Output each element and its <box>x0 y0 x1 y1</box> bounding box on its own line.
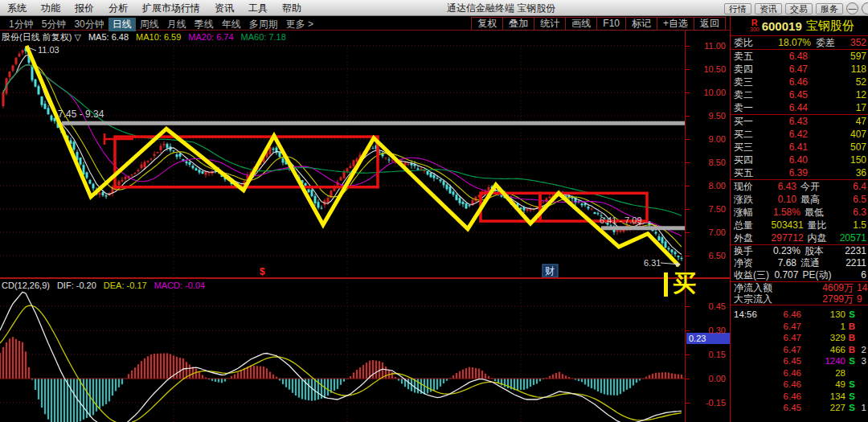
trade-row[interactable]: 6.45227S1 <box>734 402 866 414</box>
macd-header: CD(12,26,9)DIF: -0.20DEA: -0.17MACD: -0.… <box>2 281 219 290</box>
trade-row[interactable]: 6.4649S <box>734 379 866 391</box>
info-value: 20571 <box>837 231 866 244</box>
maximize-icon[interactable] <box>862 2 868 14</box>
money-flow-row: 大宗流入2799万9 <box>734 293 866 305</box>
trade-row[interactable]: 6.47329B <box>734 332 866 344</box>
window-title: 通达信金融终端 宝钢股份 <box>447 0 555 16</box>
toolbar-action-画线[interactable]: 画线 <box>565 18 596 30</box>
pane-separator[interactable] <box>0 277 730 279</box>
weicha-label: 委差 <box>816 36 843 49</box>
y-axis-tick <box>686 354 690 355</box>
ask-levels: 卖五6.48597卖四6.47118卖三6.4652卖二6.4512卖一6.44… <box>731 50 868 115</box>
period-tab-季线[interactable]: 季线 <box>190 18 218 31</box>
ma-legend: MA20: 6.74 <box>188 32 233 42</box>
ask-row[interactable]: 卖三6.4652 <box>734 76 866 88</box>
y-axis-label: 0.00 <box>709 374 726 383</box>
toolbar-action-返回[interactable]: 返回 <box>694 18 725 30</box>
main-chart-canvas[interactable]: 11.037.45 - 9.346.41 - 7.096.31$财 <box>0 31 685 422</box>
info-value: 6 <box>835 269 866 281</box>
buy-annotation-bar <box>664 272 668 297</box>
info-label: 量比 <box>808 219 838 231</box>
svg-text:11.03: 11.03 <box>38 45 59 55</box>
trade-tail-clipped: 2 <box>858 344 866 356</box>
toolbar-action-统计[interactable]: 统计 <box>534 18 565 30</box>
info-value: 0.10 <box>776 193 796 206</box>
period-tab-5分钟[interactable]: 5分钟 <box>38 18 71 31</box>
period-tab-日线[interactable]: 日线 <box>108 18 136 31</box>
trade-row[interactable]: 6.451240S3 <box>734 355 866 367</box>
toolbar-action-+自选[interactable]: +自选 <box>657 18 694 30</box>
bid-row[interactable]: 买四6.40150 <box>734 154 866 166</box>
money-flow-section: 净流入额4609万14大宗流入2799万9 <box>731 282 868 305</box>
toolbar-action-叠加[interactable]: 叠加 <box>502 18 534 30</box>
toolbar-action-复权[interactable]: 复权 <box>472 18 502 30</box>
bid-row[interactable]: 买二6.42407 <box>734 128 866 141</box>
minimize-icon[interactable]: — <box>846 2 858 14</box>
info-label: 换手 <box>734 245 773 257</box>
menu-item-功能[interactable]: 功能 <box>34 2 68 14</box>
trade-row[interactable]: 14:566.46130S <box>734 309 866 321</box>
period-tab-月线[interactable]: 月线 <box>163 18 190 31</box>
info-label: 涨跌 <box>734 193 776 206</box>
menu-item-工具[interactable]: 工具 <box>241 2 275 14</box>
y-axis-tick <box>686 306 690 307</box>
trade-row[interactable]: 6.47466B2 <box>734 344 866 356</box>
menu-item-扩展市场行情[interactable]: 扩展市场行情 <box>135 2 207 14</box>
ask-row[interactable]: 卖五6.48597 <box>734 50 866 63</box>
bid-row[interactable]: 买五6.3936 <box>734 166 866 179</box>
info-label: 今开 <box>800 180 834 193</box>
fundamental-row: 收益(三)0.707PE(动)6 <box>734 269 866 281</box>
info-label: 现价 <box>734 180 776 193</box>
period-tab-周线[interactable]: 周线 <box>136 18 163 31</box>
menu-item-资讯[interactable]: 资讯 <box>207 2 241 14</box>
ask-volume: 118 <box>808 63 866 76</box>
ask-price: 6.47 <box>761 63 808 76</box>
app-window: 系统功能报价分析扩展市场行情资讯工具帮助 通达信金融终端 宝钢股份 行情资讯交易… <box>0 0 868 422</box>
bid-level-label: 买四 <box>734 154 761 166</box>
trade-time <box>734 355 761 367</box>
period-tab-30分钟[interactable]: 30分钟 <box>70 18 108 31</box>
titlebar-button-服务[interactable]: 服务 <box>816 3 843 14</box>
trade-direction: S <box>845 309 858 321</box>
bid-price: 6.39 <box>761 166 808 179</box>
y-axis-label: 9.50 <box>709 111 726 121</box>
trade-price: 6.46 <box>761 309 801 321</box>
trade-row[interactable]: 6.4628 <box>734 367 866 379</box>
menu-item-帮助[interactable]: 帮助 <box>275 2 309 14</box>
trade-time <box>734 391 761 403</box>
info-value: 2211 <box>834 257 866 269</box>
toolbar-action-F10[interactable]: F10 <box>596 18 625 30</box>
bid-row[interactable]: 买三6.41507 <box>734 141 866 154</box>
y-axis-label: 0.15 <box>709 350 726 359</box>
titlebar-button-资讯[interactable]: 资讯 <box>755 3 782 14</box>
ask-row[interactable]: 卖四6.47118 <box>734 63 866 76</box>
titlebar-button-行情[interactable]: 行情 <box>724 3 751 14</box>
info-label: 内盘 <box>808 231 838 244</box>
quote-info-section: 现价6.43今开6.4涨跌0.10最高6.5涨幅1.58%最低6.3总量5034… <box>731 180 868 245</box>
trade-tail-clipped <box>858 332 866 344</box>
menu-item-报价[interactable]: 报价 <box>68 2 101 14</box>
ask-volume: 12 <box>808 88 866 101</box>
period-tab-年线[interactable]: 年线 <box>218 18 245 31</box>
flow-value-clipped: 9 <box>857 293 866 305</box>
menu-item-系统[interactable]: 系统 <box>0 2 34 14</box>
period-tab-更多 >[interactable]: 更多 > <box>282 18 317 31</box>
info-label: 净资 <box>734 257 776 269</box>
toolbar-action-标记[interactable]: 标记 <box>625 18 657 30</box>
flow-value: 2799万 <box>784 293 854 305</box>
trade-direction: S <box>845 379 858 391</box>
money-flow-row: 净流入额4609万14 <box>734 282 866 293</box>
period-tab-1分钟[interactable]: 1分钟 <box>5 18 38 31</box>
ask-row[interactable]: 卖一6.4417 <box>734 101 866 114</box>
titlebar-button-交易[interactable]: 交易 <box>785 3 813 14</box>
trade-row[interactable]: 6.471B <box>734 321 866 333</box>
trade-row[interactable]: 6.46134S <box>734 391 866 403</box>
ask-level-label: 卖四 <box>734 63 761 76</box>
flow-value-clipped: 14 <box>857 282 866 293</box>
trade-tail-clipped <box>858 379 866 391</box>
period-tab-多周期[interactable]: 多周期 <box>245 18 282 31</box>
menu-item-分析[interactable]: 分析 <box>101 2 135 14</box>
ask-volume: 52 <box>808 76 866 88</box>
bid-row[interactable]: 买一6.4347 <box>734 115 866 128</box>
ask-row[interactable]: 卖二6.4512 <box>734 88 866 101</box>
